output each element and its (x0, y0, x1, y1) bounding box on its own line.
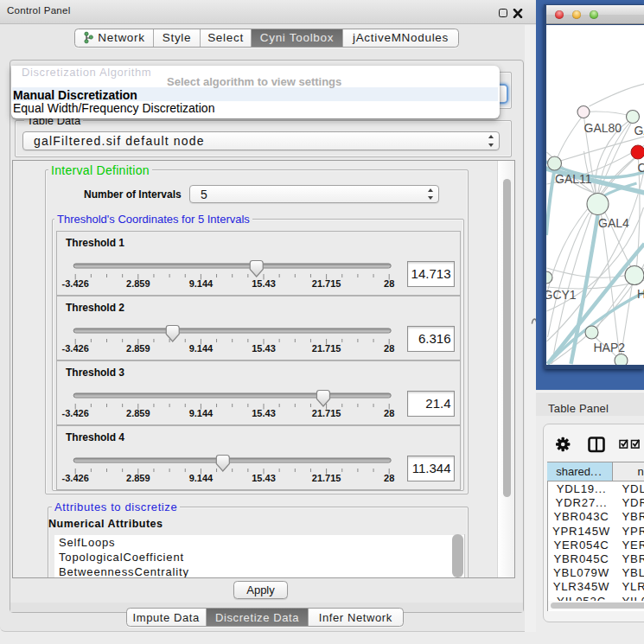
svg-text:15.43: 15.43 (252, 278, 276, 289)
svg-text:28: 28 (384, 473, 394, 483)
svg-text:-3.426: -3.426 (62, 408, 89, 418)
svg-text:GAL4: GAL4 (598, 216, 629, 230)
svg-text:-3.426: -3.426 (62, 473, 89, 483)
svg-text:15.43: 15.43 (252, 473, 276, 483)
svg-text:-3.426: -3.426 (62, 343, 89, 354)
svg-text:GA: GA (634, 124, 644, 137)
svg-text:C: C (637, 161, 644, 175)
svg-text:9.144: 9.144 (189, 408, 214, 418)
svg-text:GAL11: GAL11 (555, 172, 592, 186)
svg-text:2.859: 2.859 (126, 473, 150, 483)
svg-text:28: 28 (384, 408, 394, 418)
svg-text:HAP2: HAP2 (593, 341, 625, 354)
svg-text:21.715: 21.715 (312, 408, 341, 418)
svg-text:21.715: 21.715 (312, 343, 341, 354)
svg-text:2.859: 2.859 (126, 343, 150, 354)
svg-text:15.43: 15.43 (252, 408, 276, 418)
svg-text:GAL80: GAL80 (583, 121, 622, 135)
svg-text:9.144: 9.144 (189, 473, 214, 483)
svg-text:H: H (637, 287, 644, 301)
svg-text:9.144: 9.144 (189, 278, 214, 289)
svg-text:28: 28 (384, 278, 394, 289)
svg-text:21.715: 21.715 (312, 473, 341, 483)
svg-text:-3.426: -3.426 (62, 278, 89, 289)
svg-text:GCY1: GCY1 (546, 288, 577, 302)
svg-text:2.859: 2.859 (126, 278, 150, 289)
svg-text:2.859: 2.859 (126, 408, 150, 418)
svg-text:9.144: 9.144 (189, 343, 214, 354)
svg-text:28: 28 (384, 343, 394, 354)
svg-text:21.715: 21.715 (312, 278, 341, 289)
svg-text:15.43: 15.43 (252, 343, 276, 354)
